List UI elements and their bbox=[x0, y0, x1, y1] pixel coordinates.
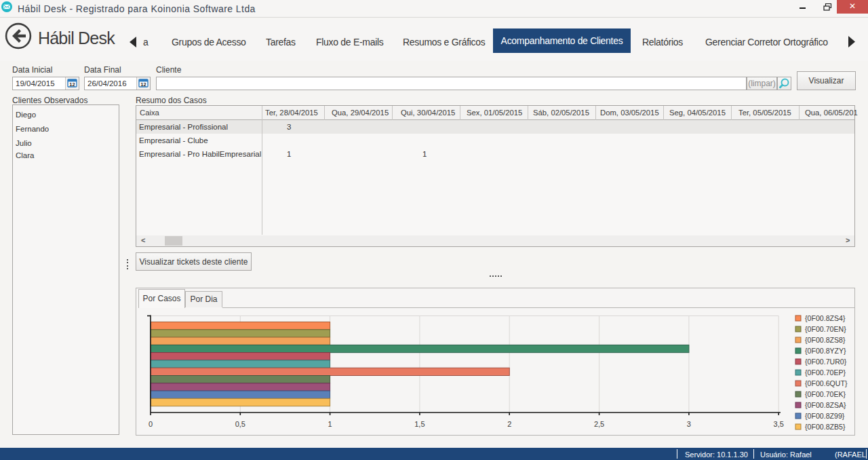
svg-text:{0F00.8ZS8}: {0F00.8ZS8} bbox=[805, 336, 846, 344]
svg-text:{0F00.8ZSA}: {0F00.8ZSA} bbox=[805, 401, 846, 409]
svg-text:{0F00.8YZY}: {0F00.8YZY} bbox=[805, 347, 846, 355]
svg-text:3: 3 bbox=[687, 420, 691, 428]
svg-text:3,5: 3,5 bbox=[774, 420, 784, 428]
svg-text:{0F00.70EK}: {0F00.70EK} bbox=[805, 390, 846, 398]
svg-text:2,5: 2,5 bbox=[594, 420, 604, 428]
svg-text:1,5: 1,5 bbox=[414, 420, 425, 428]
svg-text:12: 12 bbox=[69, 81, 75, 88]
svg-text:{0F00.8Z99}: {0F00.8Z99} bbox=[805, 412, 845, 420]
svg-text:2: 2 bbox=[507, 420, 511, 428]
svg-text:{0F00.6QUT}: {0F00.6QUT} bbox=[805, 379, 848, 387]
svg-text:0,5: 0,5 bbox=[235, 420, 245, 428]
svg-text:{0F00.8ZS4}: {0F00.8ZS4} bbox=[805, 314, 846, 322]
svg-text:{0F00.8ZB5}: {0F00.8ZB5} bbox=[805, 423, 846, 431]
svg-text:{0F00.70EN}: {0F00.70EN} bbox=[805, 325, 846, 333]
svg-text:1: 1 bbox=[328, 420, 332, 428]
svg-text:12: 12 bbox=[140, 81, 146, 88]
svg-text:{0F00.70EP}: {0F00.70EP} bbox=[805, 368, 846, 377]
svg-text:{0F00.7UR0}: {0F00.7UR0} bbox=[805, 358, 847, 366]
svg-text:0: 0 bbox=[149, 420, 153, 428]
